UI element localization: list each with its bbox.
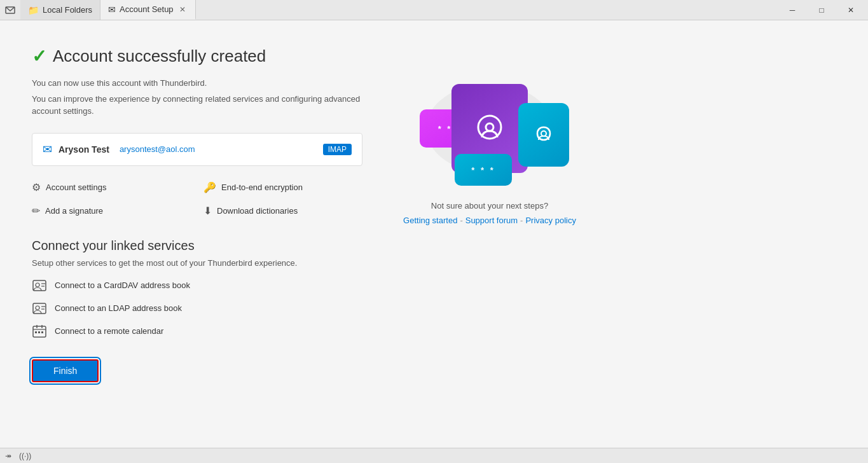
tab-local-folders[interactable]: 📁 Local Folders [20, 0, 100, 20]
settings-grid: ⚙ Account settings 🔑 End-to-end encrypti… [32, 179, 362, 219]
subtitle-line2: You can improve the experience by connec… [32, 93, 362, 118]
subtitle-line1: You can now use this account with Thunde… [32, 77, 362, 90]
calendar-icon [32, 324, 47, 339]
success-check-icon: ✓ [32, 46, 46, 67]
minimize-button[interactable]: ─ [778, 0, 807, 20]
tab-account-setup-label: Account Setup [120, 4, 174, 14]
teal-card: * * * [455, 154, 512, 186]
ldap-icon [32, 301, 47, 316]
svg-point-17 [541, 131, 546, 136]
end-to-end-label: End-to-end encryption [221, 183, 303, 192]
main-content: ✓ Account successfully created You can n… [0, 20, 868, 448]
success-title: Account successfully created [53, 46, 266, 66]
ldap-label: Connect to an LDAP address book [55, 303, 182, 313]
calendar-link[interactable]: Connect to a remote calendar [32, 324, 362, 339]
svg-point-6 [36, 306, 39, 310]
statusbar: ↠ ((·)) [0, 448, 868, 463]
maximize-button[interactable]: □ [807, 0, 836, 20]
svg-rect-15 [41, 331, 43, 333]
close-tab-icon[interactable]: ✕ [177, 4, 188, 15]
account-name: Aryson Test [59, 144, 109, 155]
svg-rect-14 [38, 331, 40, 333]
success-heading: ✓ Account successfully created [32, 46, 362, 67]
imap-badge: IMAP [323, 144, 352, 155]
carddav-link[interactable]: Connect to a CardDAV address book [32, 278, 362, 293]
right-panel: * * * * * Not sure about your n [388, 46, 591, 422]
svg-rect-13 [35, 331, 37, 333]
email-icon: ✉ [108, 4, 116, 15]
download-dictionaries-label: Download dictionaries [217, 206, 298, 216]
calendar-label: Connect to a remote calendar [55, 326, 163, 336]
carddav-label: Connect to a CardDAV address book [55, 280, 190, 290]
add-signature-label: Add a signature [45, 206, 103, 216]
separator-2: - [520, 216, 523, 225]
service-list: Connect to a CardDAV address book Connec… [32, 278, 362, 339]
window-controls: ─ □ ✕ [778, 0, 868, 20]
finish-button[interactable]: Finish [32, 359, 99, 382]
carddav-icon [32, 278, 47, 293]
account-settings-label: Account settings [46, 183, 106, 192]
right-links: Getting started - Support forum - Privac… [403, 216, 576, 225]
close-button[interactable]: ✕ [836, 0, 865, 20]
svg-point-2 [36, 283, 39, 287]
account-settings-link[interactable]: ⚙ Account settings [32, 179, 191, 196]
app-icon [0, 0, 20, 20]
support-forum-link[interactable]: Support forum [465, 216, 518, 225]
tab-bar: 📁 Local Folders ✉ Account Setup ✕ [20, 0, 778, 20]
connect-heading: Connect your linked services [32, 238, 362, 253]
getting-started-link[interactable]: Getting started [403, 216, 457, 225]
account-email: arysontest@aol.com [120, 144, 195, 154]
connect-subtitle: Setup other services to get the most out… [32, 258, 362, 268]
illustration: * * * * * [407, 71, 572, 186]
privacy-policy-link[interactable]: Privacy policy [525, 216, 575, 225]
account-email-icon: ✉ [43, 142, 52, 156]
gear-icon: ⚙ [32, 181, 41, 193]
signal-icon: ((·)) [19, 452, 31, 460]
tab-account-setup[interactable]: ✉ Account Setup ✕ [100, 0, 196, 20]
arrow-icon: ↠ [5, 452, 11, 460]
end-to-end-encryption-link[interactable]: 🔑 End-to-end encryption [203, 179, 362, 196]
add-signature-link[interactable]: ✏ Add a signature [32, 202, 191, 219]
left-panel: ✓ Account successfully created You can n… [32, 46, 362, 422]
download-dictionaries-link[interactable]: ⬇ Download dictionaries [203, 202, 362, 219]
svg-point-16 [486, 123, 493, 131]
ldap-link[interactable]: Connect to an LDAP address book [32, 301, 362, 316]
blue-card [518, 103, 569, 167]
download-icon: ⬇ [203, 205, 212, 217]
separator-1: - [460, 216, 462, 225]
pencil-icon: ✏ [32, 205, 40, 217]
key-icon: 🔑 [203, 181, 216, 193]
account-card: ✉ Aryson Test arysontest@aol.com IMAP [32, 133, 362, 166]
titlebar: 📁 Local Folders ✉ Account Setup ✕ ─ □ ✕ [0, 0, 868, 20]
folder-icon: 📁 [28, 5, 39, 15]
tab-local-folders-label: Local Folders [43, 5, 92, 15]
not-sure-text: Not sure about your next steps? [431, 201, 548, 211]
